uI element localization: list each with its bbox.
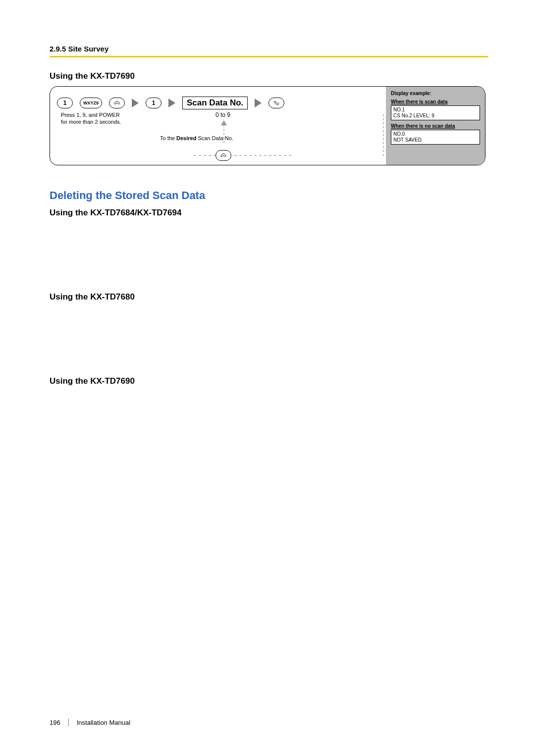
press-caption: Press 1, 9, and POWER for more than 2 se… bbox=[61, 111, 121, 126]
display-box1: NO.1 CS No.2 LEVEL: 9 bbox=[391, 105, 480, 120]
subhead-a: Using the KX-TD7690 bbox=[50, 71, 488, 81]
press-caption-l2: for more than 2 seconds. bbox=[61, 119, 121, 125]
dotted-vertical-right bbox=[383, 114, 384, 156]
display-box2-l2: NOT SAVED bbox=[393, 137, 478, 143]
diagram-box: 1 WXYZ9 1 Scan Data No. Press 1, 9, and … bbox=[50, 86, 485, 165]
arrow-icon bbox=[168, 99, 175, 107]
arrow-up-icon bbox=[221, 120, 227, 125]
power-icon-lower bbox=[215, 150, 231, 161]
display-title: Display example: bbox=[391, 91, 480, 96]
spacer bbox=[50, 223, 488, 292]
display-box1-l2: CS No.2 LEVEL: 9 bbox=[393, 113, 478, 119]
display-box2: NO.0 NOT SAVED bbox=[391, 130, 480, 145]
subhead-c: Using the KX-TD7680 bbox=[50, 292, 488, 302]
display-box1-l1: NO.1 bbox=[393, 107, 478, 113]
page-number: 196 bbox=[50, 719, 60, 726]
talk-icon bbox=[268, 98, 284, 108]
arrow-icon bbox=[255, 99, 262, 107]
button-1: 1 bbox=[57, 98, 73, 108]
button-9: WXYZ9 bbox=[80, 98, 102, 108]
display-panel: Display example: When there is scan data… bbox=[386, 87, 485, 165]
desired-prefix: To the bbox=[160, 135, 176, 141]
button-1b: 1 bbox=[146, 98, 161, 108]
display-sub1: When there is scan data bbox=[391, 99, 480, 104]
display-box2-l1: NO.0 bbox=[393, 131, 478, 137]
power-icon bbox=[109, 98, 125, 108]
footer-divider bbox=[68, 718, 69, 726]
desired-caption: To the Desired Scan Data No. bbox=[160, 135, 233, 141]
header-rule bbox=[50, 56, 488, 57]
section-header: 2.9.5 Site Survey bbox=[50, 45, 488, 53]
dotted-h-right bbox=[234, 155, 294, 156]
arrow-icon bbox=[132, 99, 139, 107]
subhead-b: Using the KX-TD7684/KX-TD7694 bbox=[50, 208, 488, 218]
footer: 196 Installation Manual bbox=[50, 718, 130, 726]
desired-suffix: Scan Data No. bbox=[196, 135, 233, 141]
range-label: 0 to 9 bbox=[215, 111, 230, 118]
display-sub2: When there is no scan data bbox=[391, 123, 480, 129]
subhead-d: Using the KX-TD7690 bbox=[50, 376, 488, 386]
desired-bold: Desired bbox=[176, 135, 196, 141]
scan-data-no-box: Scan Data No. bbox=[182, 97, 248, 109]
page: 2.9.5 Site Survey Using the KX-TD7690 1 … bbox=[0, 0, 535, 756]
press-caption-l1: Press 1, 9, and POWER bbox=[61, 112, 120, 118]
footer-title: Installation Manual bbox=[77, 719, 130, 726]
spacer bbox=[50, 307, 488, 376]
section-title: Deleting the Stored Scan Data bbox=[50, 189, 488, 202]
